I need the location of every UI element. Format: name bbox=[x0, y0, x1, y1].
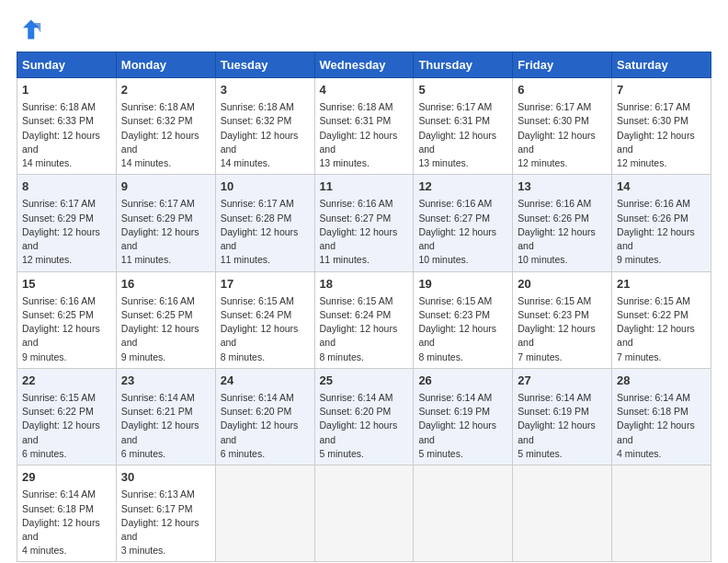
day-info: Sunrise: 6:16 AMSunset: 6:27 PMDaylight:… bbox=[418, 197, 507, 267]
day-number: 17 bbox=[221, 276, 310, 293]
calendar-table: SundayMondayTuesdayWednesdayThursdayFrid… bbox=[17, 52, 711, 562]
day-info: Sunrise: 6:14 AMSunset: 6:18 PMDaylight:… bbox=[22, 488, 111, 557]
day-number: 21 bbox=[617, 276, 706, 293]
day-info: Sunrise: 6:16 AMSunset: 6:26 PMDaylight:… bbox=[617, 197, 706, 267]
weekday-header: Monday bbox=[116, 52, 215, 78]
calendar-cell bbox=[314, 465, 414, 562]
day-info: Sunrise: 6:18 AMSunset: 6:32 PMDaylight:… bbox=[221, 100, 310, 170]
calendar-cell: 11Sunrise: 6:16 AMSunset: 6:27 PMDayligh… bbox=[314, 175, 414, 271]
day-number: 30 bbox=[121, 469, 210, 486]
day-info: Sunrise: 6:18 AMSunset: 6:31 PMDaylight:… bbox=[320, 100, 409, 170]
day-info: Sunrise: 6:14 AMSunset: 6:20 PMDaylight:… bbox=[221, 391, 310, 461]
day-info: Sunrise: 6:13 AMSunset: 6:17 PMDaylight:… bbox=[121, 488, 210, 557]
day-number: 28 bbox=[617, 373, 706, 389]
calendar-cell: 7Sunrise: 6:17 AMSunset: 6:30 PMDaylight… bbox=[612, 78, 711, 175]
calendar-cell: 3Sunrise: 6:18 AMSunset: 6:32 PMDaylight… bbox=[215, 78, 314, 175]
day-number: 3 bbox=[221, 82, 310, 98]
day-info: Sunrise: 6:14 AMSunset: 6:21 PMDaylight:… bbox=[121, 391, 210, 461]
day-number: 26 bbox=[418, 373, 507, 389]
day-number: 10 bbox=[221, 178, 310, 195]
day-number: 23 bbox=[121, 373, 210, 389]
calendar-cell: 24Sunrise: 6:14 AMSunset: 6:20 PMDayligh… bbox=[215, 368, 314, 465]
calendar-cell: 27Sunrise: 6:14 AMSunset: 6:19 PMDayligh… bbox=[513, 368, 612, 465]
weekday-header: Saturday bbox=[612, 52, 711, 78]
day-info: Sunrise: 6:15 AMSunset: 6:23 PMDaylight:… bbox=[518, 294, 607, 364]
day-number: 29 bbox=[22, 469, 111, 486]
weekday-header: Sunday bbox=[17, 52, 117, 78]
calendar-cell: 14Sunrise: 6:16 AMSunset: 6:26 PMDayligh… bbox=[612, 175, 711, 271]
day-info: Sunrise: 6:15 AMSunset: 6:24 PMDaylight:… bbox=[320, 294, 409, 364]
calendar-cell: 8Sunrise: 6:17 AMSunset: 6:29 PMDaylight… bbox=[17, 175, 117, 271]
day-number: 27 bbox=[518, 373, 607, 389]
calendar-cell: 22Sunrise: 6:15 AMSunset: 6:22 PMDayligh… bbox=[17, 368, 117, 465]
calendar-header-row: SundayMondayTuesdayWednesdayThursdayFrid… bbox=[17, 52, 711, 78]
calendar-cell: 5Sunrise: 6:17 AMSunset: 6:31 PMDaylight… bbox=[414, 78, 513, 175]
logo-icon bbox=[17, 17, 42, 42]
calendar-cell: 10Sunrise: 6:17 AMSunset: 6:28 PMDayligh… bbox=[215, 175, 314, 271]
weekday-header: Tuesday bbox=[215, 52, 314, 78]
day-number: 14 bbox=[617, 178, 706, 195]
day-number: 11 bbox=[320, 178, 409, 195]
day-info: Sunrise: 6:17 AMSunset: 6:28 PMDaylight:… bbox=[221, 197, 310, 267]
day-number: 15 bbox=[22, 276, 111, 293]
svg-marker-0 bbox=[23, 20, 40, 40]
day-number: 20 bbox=[518, 276, 607, 293]
calendar-cell: 4Sunrise: 6:18 AMSunset: 6:31 PMDaylight… bbox=[314, 78, 414, 175]
calendar-cell: 29Sunrise: 6:14 AMSunset: 6:18 PMDayligh… bbox=[17, 465, 117, 562]
calendar-cell: 19Sunrise: 6:15 AMSunset: 6:23 PMDayligh… bbox=[414, 271, 513, 368]
day-number: 13 bbox=[518, 178, 607, 195]
day-info: Sunrise: 6:17 AMSunset: 6:30 PMDaylight:… bbox=[617, 100, 706, 170]
day-info: Sunrise: 6:15 AMSunset: 6:23 PMDaylight:… bbox=[418, 294, 507, 364]
weekday-header: Wednesday bbox=[314, 52, 414, 78]
day-number: 18 bbox=[320, 276, 409, 293]
day-info: Sunrise: 6:15 AMSunset: 6:22 PMDaylight:… bbox=[617, 294, 706, 364]
day-info: Sunrise: 6:14 AMSunset: 6:19 PMDaylight:… bbox=[418, 391, 507, 461]
day-info: Sunrise: 6:16 AMSunset: 6:25 PMDaylight:… bbox=[121, 294, 210, 364]
calendar-cell: 21Sunrise: 6:15 AMSunset: 6:22 PMDayligh… bbox=[612, 271, 711, 368]
calendar-cell bbox=[215, 465, 314, 562]
logo bbox=[17, 17, 46, 42]
day-number: 12 bbox=[418, 178, 507, 195]
day-number: 2 bbox=[121, 82, 210, 98]
day-info: Sunrise: 6:14 AMSunset: 6:20 PMDaylight:… bbox=[320, 391, 409, 461]
day-number: 5 bbox=[418, 82, 507, 98]
calendar-cell: 25Sunrise: 6:14 AMSunset: 6:20 PMDayligh… bbox=[314, 368, 414, 465]
day-info: Sunrise: 6:16 AMSunset: 6:27 PMDaylight:… bbox=[320, 197, 409, 267]
calendar-cell: 23Sunrise: 6:14 AMSunset: 6:21 PMDayligh… bbox=[116, 368, 215, 465]
calendar-cell: 6Sunrise: 6:17 AMSunset: 6:30 PMDaylight… bbox=[513, 78, 612, 175]
day-number: 19 bbox=[418, 276, 507, 293]
calendar-cell: 15Sunrise: 6:16 AMSunset: 6:25 PMDayligh… bbox=[17, 271, 117, 368]
calendar-week-row: 22Sunrise: 6:15 AMSunset: 6:22 PMDayligh… bbox=[17, 368, 711, 465]
calendar-cell: 20Sunrise: 6:15 AMSunset: 6:23 PMDayligh… bbox=[513, 271, 612, 368]
day-info: Sunrise: 6:16 AMSunset: 6:25 PMDaylight:… bbox=[22, 294, 111, 364]
weekday-header: Thursday bbox=[414, 52, 513, 78]
day-number: 9 bbox=[121, 178, 210, 195]
calendar-cell: 28Sunrise: 6:14 AMSunset: 6:18 PMDayligh… bbox=[612, 368, 711, 465]
calendar-cell: 30Sunrise: 6:13 AMSunset: 6:17 PMDayligh… bbox=[116, 465, 215, 562]
day-info: Sunrise: 6:17 AMSunset: 6:30 PMDaylight:… bbox=[518, 100, 607, 170]
calendar-cell: 13Sunrise: 6:16 AMSunset: 6:26 PMDayligh… bbox=[513, 175, 612, 271]
calendar-cell: 2Sunrise: 6:18 AMSunset: 6:32 PMDaylight… bbox=[116, 78, 215, 175]
calendar-week-row: 1Sunrise: 6:18 AMSunset: 6:33 PMDaylight… bbox=[17, 78, 711, 175]
calendar-cell: 9Sunrise: 6:17 AMSunset: 6:29 PMDaylight… bbox=[116, 175, 215, 271]
calendar-week-row: 15Sunrise: 6:16 AMSunset: 6:25 PMDayligh… bbox=[17, 271, 711, 368]
header bbox=[17, 17, 711, 42]
day-number: 1 bbox=[22, 82, 111, 98]
calendar-cell: 16Sunrise: 6:16 AMSunset: 6:25 PMDayligh… bbox=[116, 271, 215, 368]
page-container: SundayMondayTuesdayWednesdayThursdayFrid… bbox=[0, 0, 728, 563]
calendar-cell: 26Sunrise: 6:14 AMSunset: 6:19 PMDayligh… bbox=[414, 368, 513, 465]
day-info: Sunrise: 6:15 AMSunset: 6:22 PMDaylight:… bbox=[22, 391, 111, 461]
calendar-cell bbox=[414, 465, 513, 562]
calendar-cell bbox=[612, 465, 711, 562]
calendar-cell: 12Sunrise: 6:16 AMSunset: 6:27 PMDayligh… bbox=[414, 175, 513, 271]
calendar-cell: 18Sunrise: 6:15 AMSunset: 6:24 PMDayligh… bbox=[314, 271, 414, 368]
calendar-week-row: 29Sunrise: 6:14 AMSunset: 6:18 PMDayligh… bbox=[17, 465, 711, 562]
day-number: 4 bbox=[320, 82, 409, 98]
day-number: 24 bbox=[221, 373, 310, 389]
day-info: Sunrise: 6:17 AMSunset: 6:31 PMDaylight:… bbox=[418, 100, 507, 170]
day-info: Sunrise: 6:15 AMSunset: 6:24 PMDaylight:… bbox=[221, 294, 310, 364]
day-info: Sunrise: 6:17 AMSunset: 6:29 PMDaylight:… bbox=[22, 197, 111, 267]
day-info: Sunrise: 6:16 AMSunset: 6:26 PMDaylight:… bbox=[518, 197, 607, 267]
day-number: 8 bbox=[22, 178, 111, 195]
calendar-cell bbox=[513, 465, 612, 562]
